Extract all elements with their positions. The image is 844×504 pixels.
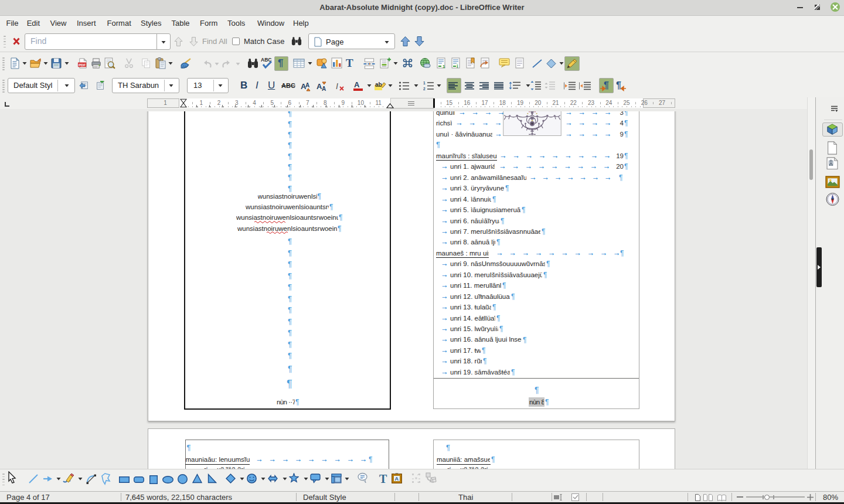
svg-text:PDF: PDF	[79, 63, 86, 67]
svg-text:A: A	[305, 82, 309, 88]
svg-text:ab: ab	[375, 81, 382, 88]
svg-text:1: 1	[423, 81, 426, 85]
svg-text:A: A	[322, 86, 326, 91]
svg-text:I: I	[336, 81, 338, 91]
svg-text:2: 2	[423, 87, 426, 91]
svg-text:1: 1	[443, 64, 445, 69]
svg-text:i: i	[457, 63, 458, 69]
svg-text:A: A	[354, 80, 360, 89]
svg-text:A: A	[395, 476, 399, 482]
